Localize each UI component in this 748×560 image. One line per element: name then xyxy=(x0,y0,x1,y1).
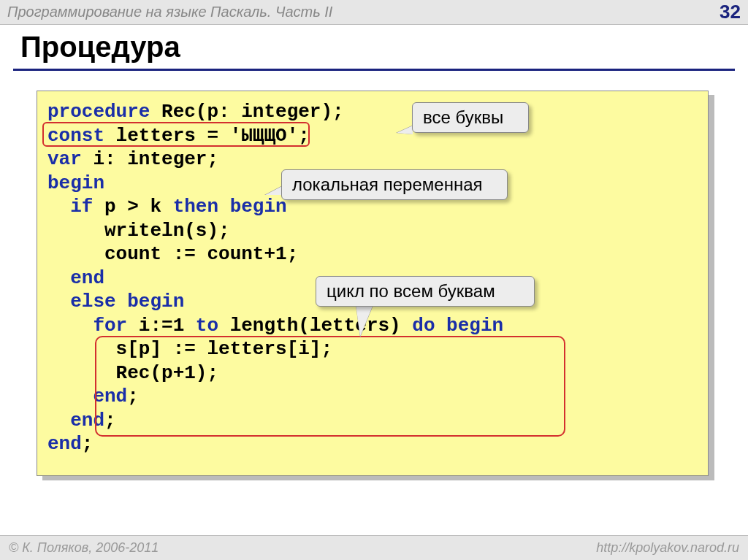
kw-do-begin: do begin xyxy=(412,315,503,337)
code-text: ; xyxy=(104,410,116,431)
kw-const: const xyxy=(47,125,104,147)
code-text: p > k xyxy=(93,196,172,218)
code-text: ; xyxy=(127,386,139,407)
kw-var: var xyxy=(47,148,82,170)
page-number: 32 xyxy=(720,1,741,23)
footer-copyright: © К. Поляков, 2006-2011 xyxy=(9,540,159,556)
callout-all-letters: все буквы xyxy=(412,102,529,133)
kw-for: for xyxy=(47,315,127,337)
kw-begin: begin xyxy=(47,172,104,194)
footer-url: http://kpolyakov.narod.ru xyxy=(596,540,739,556)
callout-tail-3 xyxy=(356,304,373,337)
callout-local-var: локальная переменная xyxy=(281,169,508,200)
kw-procedure: procedure xyxy=(47,101,150,123)
footer-bar: © К. Поляков, 2006-2011 http://kpolyakov… xyxy=(0,535,748,560)
code-text: Rec(p: integer); xyxy=(150,101,343,123)
callout-tail-1 xyxy=(397,126,413,134)
code-text: ; xyxy=(82,433,94,455)
header-bar: Программирование на языке Паскаль. Часть… xyxy=(0,0,748,25)
code-text: writeln(s); xyxy=(47,220,230,242)
code-text: Rec(p+1); xyxy=(47,362,218,384)
title-underline xyxy=(13,69,735,71)
code-text: i:=1 xyxy=(127,315,196,337)
kw-else: else xyxy=(47,291,116,312)
kw-end4: end xyxy=(47,433,82,455)
header-title: Программирование на языке Паскаль. Часть… xyxy=(7,4,332,20)
kw-then-begin: then begin xyxy=(173,196,287,218)
kw-if: if xyxy=(47,196,93,218)
code-text: length(letters) xyxy=(218,315,412,337)
code-text: count := count+1; xyxy=(47,243,298,265)
kw-begin2: begin xyxy=(116,291,185,312)
kw-end2: end xyxy=(47,386,127,407)
slide-title: Процедура xyxy=(20,31,180,64)
code-text: letters = 'ЫЩЩО'; xyxy=(104,125,310,147)
callout-loop-letters: цикл по всем буквам xyxy=(316,276,535,307)
callout-tail-2 xyxy=(265,186,282,195)
kw-end: end xyxy=(47,267,104,289)
kw-end3: end xyxy=(47,410,104,431)
code-text: s[p] := letters[i]; xyxy=(47,338,332,360)
code-text: i: integer; xyxy=(82,148,218,170)
kw-to: to xyxy=(196,315,218,337)
